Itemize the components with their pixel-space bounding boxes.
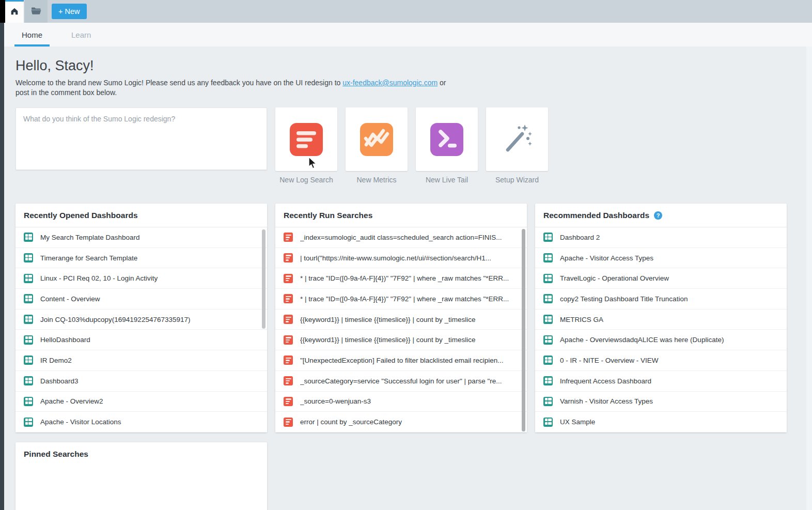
library-folder-tab[interactable] [25, 0, 48, 23]
home-document-tab[interactable] [5, 0, 24, 23]
list-item[interactable]: _sourceCategory=service "Successful logi… [275, 371, 527, 392]
log-search-icon [284, 315, 293, 324]
dashboard-icon [24, 335, 33, 345]
list-item-label: | tourl("https://nite-www.sumologic.net/… [300, 254, 514, 262]
dashboard-list: My Search Template Dashboard Timerange f… [15, 227, 267, 432]
new-log-search-tile[interactable] [275, 107, 337, 171]
log-search-icon [284, 233, 293, 242]
dashboard-icon [24, 356, 33, 365]
list-item[interactable]: Apache - Visitor Access Types [535, 248, 787, 269]
log-search-icon [284, 356, 293, 365]
left-nav-rail[interactable] [0, 0, 4, 510]
list-item[interactable]: | tourl("https://nite-www.sumologic.net/… [275, 248, 527, 269]
help-icon[interactable]: ? [654, 211, 662, 220]
dashboard-icon [24, 294, 33, 303]
panel-title: Recently Opened Dashboards [15, 204, 267, 227]
home-icon [10, 7, 19, 18]
list-item[interactable]: IR Demo2 [15, 350, 267, 371]
welcome-text-before: Welcome to the brand new Sumo Logic! Ple… [15, 79, 342, 87]
magic-wand-icon [501, 123, 534, 156]
list-item-label: Dashboard3 [40, 377, 255, 385]
dashboard-icon [543, 253, 553, 262]
page-scrollbar[interactable] [806, 47, 812, 510]
list-item-label: Apache - Overview2 [40, 397, 255, 405]
list-item-label: Dashboard 2 [560, 234, 774, 241]
list-item[interactable]: _index=sumologic_audit class=scheduled_s… [275, 227, 527, 248]
list-item[interactable]: error | count by _sourceCategory [275, 412, 527, 432]
list-item[interactable]: copy2 Testing Dashboard Title Truncation [535, 289, 787, 310]
live-tail-icon [430, 123, 463, 156]
list-item[interactable]: "[UnexpectedException] Failed to filter … [275, 350, 527, 371]
list-item[interactable]: TravelLogic - Operational Overview [535, 268, 787, 289]
list-item[interactable]: Content - Overview [15, 289, 267, 310]
dashboard-icon [24, 253, 33, 262]
list-item[interactable]: Join CQ-103%dupcopy(1694192254767335917) [15, 310, 267, 330]
list-item[interactable]: Linux - PCI Req 02, 10 - Login Activity [15, 268, 267, 289]
home-tabstrip: Home Learn [0, 23, 812, 47]
list-item-label: _index=sumologic_audit class=scheduled_s… [300, 234, 514, 241]
list-item[interactable]: Dashboard 2 [535, 227, 787, 248]
main-content: Hello, Stacy! Welcome to the brand new S… [0, 58, 812, 510]
list-item-label: Join CQ-103%dupcopy(1694192254767335917) [40, 316, 255, 323]
list-item[interactable]: _source=0-wenjuan-s3 [275, 392, 527, 412]
list-item-label: Infrequent Access Dashboard [560, 377, 774, 385]
new-metrics-tile[interactable] [346, 107, 408, 171]
list-item-label: * | trace "ID=([0-9a-fA-F]{4})" "7F92" |… [300, 274, 514, 282]
list-scrollbar-thumb[interactable] [522, 229, 525, 431]
dashboard-icon [24, 274, 33, 283]
list-item-label: _source=0-wenjuan-s3 [300, 397, 514, 405]
log-search-icon [284, 418, 293, 427]
list-item-label: HelloDashboard [40, 336, 255, 344]
list-item-label: Apache - Visitor Access Types [560, 254, 774, 262]
log-search-icon [284, 335, 293, 345]
dashboard-icon [543, 397, 553, 406]
list-scrollbar-thumb[interactable] [262, 229, 266, 329]
list-item-label: Timerange for Search Template [40, 254, 255, 262]
list-item-label: Linux - PCI Req 02, 10 - Login Activity [40, 274, 255, 282]
list-item[interactable]: HelloDashboard [15, 330, 267, 350]
list-item-label: {{keyword1}} | timeslice {{timeslice}} |… [300, 316, 514, 323]
feedback-textarea[interactable] [15, 107, 267, 170]
list-item[interactable]: * | trace "ID=([0-9a-fA-F]{4})" "7F92" |… [275, 268, 527, 289]
list-item-label: {{keyword1}} | timeslice {{timeslice}} |… [300, 336, 514, 344]
list-item[interactable]: METRICS GA [535, 310, 787, 330]
dashboard-icon [24, 418, 33, 427]
panel-title: Recently Run Searches [275, 204, 527, 227]
list-item[interactable]: {{keyword1}} | timeslice {{timeslice}} |… [275, 330, 527, 350]
list-item[interactable]: {{keyword1}} | timeslice {{timeslice}} |… [275, 310, 527, 330]
panel-recently-opened-dashboards: Recently Opened Dashboards My Search Tem… [15, 204, 267, 432]
list-item[interactable]: Timerange for Search Template [15, 248, 267, 269]
tile-label-metrics: New Metrics [356, 176, 396, 184]
list-item-label: TravelLogic - Operational Overview [560, 274, 774, 282]
dashboard-icon [543, 376, 553, 385]
dashboard-icon [24, 397, 33, 406]
dashboard-icon [24, 233, 33, 242]
log-search-icon [284, 376, 293, 385]
tab-home[interactable]: Home [14, 23, 50, 47]
list-item[interactable]: Infrequent Access Dashboard [535, 371, 787, 392]
new-live-tail-tile[interactable] [416, 107, 478, 171]
tab-learn[interactable]: Learn [64, 23, 98, 47]
list-item-label: Content - Overview [40, 295, 255, 303]
list-item[interactable]: Apache - OverviewsdadqALICE was here (Du… [535, 330, 787, 350]
list-item[interactable]: UX Sample [535, 412, 787, 432]
list-item[interactable]: My Search Template Dashboard [15, 227, 267, 248]
list-item-label: My Search Template Dashboard [40, 234, 255, 241]
log-search-icon [284, 253, 293, 262]
setup-wizard-tile[interactable] [486, 107, 548, 171]
list-item[interactable]: Apache - Visitor Locations [15, 412, 267, 432]
list-item[interactable]: Dashboard3 [15, 371, 267, 392]
page-title: Hello, Stacy! [15, 58, 812, 74]
list-item[interactable]: Apache - Overview2 [15, 392, 267, 412]
feedback-email-link[interactable]: ux-feedback@sumologic.com [342, 79, 438, 87]
dashboard-icon [543, 233, 553, 242]
list-item[interactable]: Varnish - Visitor Access Types [535, 392, 787, 412]
dashboard-list: Dashboard 2 Apache - Visitor Access Type… [535, 227, 787, 432]
list-item[interactable]: 0 - IR - NITE - Overview - VIEW [535, 350, 787, 371]
dashboard-icon [543, 335, 553, 345]
list-item-label: error | count by _sourceCategory [300, 418, 514, 426]
folder-icon [31, 6, 41, 17]
list-item[interactable]: * | trace "ID=([0-9a-fA-F]{4})" "7F92" |… [275, 289, 527, 310]
new-button[interactable]: + New [52, 4, 87, 19]
panel-pinned-searches: Pinned Searches [15, 442, 267, 510]
